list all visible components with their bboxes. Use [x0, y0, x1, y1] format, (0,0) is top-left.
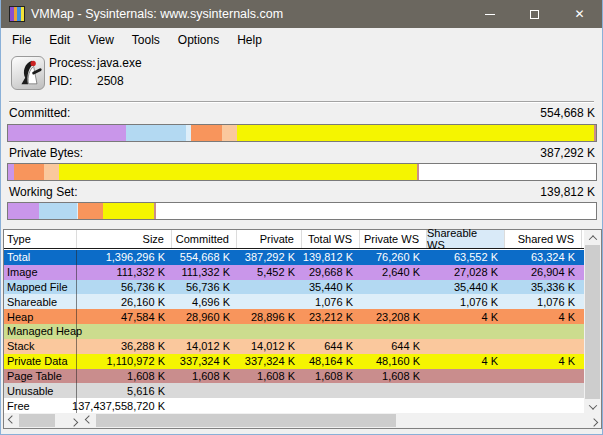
row-type-label: Free — [4, 398, 77, 413]
table-row-free[interactable]: Free137,437,558,720 K — [4, 398, 587, 413]
menu-file[interactable]: File — [3, 29, 40, 51]
maximize-button[interactable] — [512, 0, 557, 28]
cell-shareable-ws — [427, 339, 505, 354]
row-type-label: Managed Heap — [4, 324, 77, 339]
cell-total-ws: 139,812 K — [302, 250, 360, 265]
cell-shared-ws: 26,904 K — [505, 265, 582, 280]
horizontal-scroll-track-main[interactable] — [96, 413, 586, 428]
cell-private: 28,896 K — [237, 309, 302, 324]
chevron-down-icon — [588, 401, 596, 409]
cell-private-ws: 48,160 K — [360, 354, 427, 369]
menu-tools[interactable]: Tools — [123, 29, 169, 51]
menu-help[interactable]: Help — [228, 29, 271, 51]
table-row-private-data[interactable]: Private Data1,110,972 K337,324 K337,324 … — [4, 354, 587, 369]
cell-private-ws: 76,260 K — [360, 250, 427, 265]
column-header-type[interactable]: Type — [4, 230, 77, 248]
cell-private-ws: 2,640 K — [360, 265, 427, 280]
cell-private: 387,292 K — [237, 250, 302, 265]
vertical-scroll-thumb[interactable] — [585, 245, 600, 399]
cell-committed: 337,324 K — [172, 354, 237, 369]
minimize-button[interactable] — [467, 0, 512, 28]
cell-private-ws — [360, 280, 427, 295]
cell-private — [237, 294, 302, 309]
chevron-right-icon — [69, 418, 77, 426]
row-type-label: Unusable — [4, 383, 77, 398]
vertical-scrollbar[interactable] — [584, 230, 601, 414]
cell-shared-ws — [505, 383, 582, 398]
menu-options[interactable]: Options — [169, 29, 228, 51]
private-bytes-label: Private Bytes: — [9, 146, 83, 161]
column-header-shareable-ws[interactable]: Shareable WS — [427, 230, 505, 248]
close-icon: ✕ — [574, 8, 584, 20]
cell-private — [237, 383, 302, 398]
close-button[interactable]: ✕ — [557, 0, 602, 28]
process-name-value: java.exe — [97, 56, 142, 70]
scroll-right-button[interactable] — [66, 413, 81, 428]
table-row-unusable[interactable]: Unusable5,616 K — [4, 383, 587, 398]
private-bytes-segment-page-table — [417, 164, 419, 180]
horizontal-scroll-thumb-left[interactable] — [19, 414, 55, 427]
window-title: VMMap - Sysinternals: www.sysinternals.c… — [31, 7, 467, 21]
committed-segment-heap — [191, 125, 222, 141]
cell-shareable-ws — [427, 324, 505, 339]
memory-type-table: TypeSizeCommittedPrivateTotal WSPrivate … — [3, 229, 602, 429]
working-set-caption: Working Set: 139,812 K — [9, 185, 595, 200]
cell-shareable-ws — [427, 398, 505, 413]
cell-shareable-ws: 1,076 K — [427, 294, 505, 309]
working-set-value: 139,812 K — [540, 185, 595, 200]
cell-shared-ws: 63,324 K — [505, 250, 582, 265]
cell-private — [237, 324, 302, 339]
table-row-total[interactable]: Total1,396,296 K554,668 K387,292 K139,81… — [4, 250, 587, 265]
cell-size: 1,110,972 K — [77, 354, 172, 369]
row-type-label: Total — [4, 250, 77, 265]
table-row-managed-heap[interactable]: Managed Heap — [4, 324, 587, 339]
column-header-committed[interactable]: Committed — [172, 230, 237, 248]
table-row-page-table[interactable]: Page Table1,608 K1,608 K1,608 K1,608 K1,… — [4, 369, 587, 384]
table-row-stack[interactable]: Stack36,288 K14,012 K14,012 K644 K644 K — [4, 339, 587, 354]
row-type-label: Shareable — [4, 294, 77, 309]
horizontal-scroll-thumb-main[interactable] — [96, 414, 396, 427]
working-set-bar — [7, 202, 597, 220]
column-header-size[interactable]: Size — [77, 230, 172, 248]
column-header-private[interactable]: Private — [237, 230, 302, 248]
cell-private-ws: 1,608 K — [360, 369, 427, 384]
scroll-down-button[interactable] — [584, 399, 601, 414]
cell-total-ws: 23,212 K — [302, 309, 360, 324]
committed-segment-page-table — [594, 125, 596, 141]
cell-shared-ws: 1,076 K — [505, 294, 582, 309]
cell-shared-ws: 4 K — [505, 309, 582, 324]
column-header-shared-ws[interactable]: Shared WS — [505, 230, 582, 248]
vertical-scroll-track[interactable] — [584, 245, 601, 399]
cell-size: 111,332 K — [77, 265, 172, 280]
horizontal-scroll-track-left[interactable] — [19, 413, 66, 428]
cell-private: 5,452 K — [237, 265, 302, 280]
horizontal-scrollbar-left[interactable] — [4, 413, 81, 428]
cell-private-ws: 23,208 K — [360, 309, 427, 324]
cell-committed — [172, 383, 237, 398]
column-header-private-ws[interactable]: Private WS — [360, 230, 427, 248]
scroll-left-button[interactable] — [4, 413, 19, 428]
committed-bar — [7, 124, 597, 142]
cell-total-ws — [302, 398, 360, 413]
cell-private: 1,608 K — [237, 369, 302, 384]
table-body: Total1,396,296 K554,668 K387,292 K139,81… — [4, 250, 587, 413]
menu-edit[interactable]: Edit — [40, 29, 79, 51]
working-set-segment-image — [8, 203, 39, 219]
row-type-label: Page Table — [4, 369, 77, 384]
menu-view[interactable]: View — [79, 29, 123, 51]
working-set-segment-mapped-file — [39, 203, 77, 219]
scroll-right-button-main[interactable] — [586, 413, 601, 428]
table-row-heap[interactable]: Heap47,584 K28,960 K28,896 K23,212 K23,2… — [4, 309, 587, 324]
scroll-left-button-main[interactable] — [81, 413, 96, 428]
table-row-shareable[interactable]: Shareable26,160 K4,696 K1,076 K1,076 K1,… — [4, 294, 587, 309]
cell-total-ws: 29,668 K — [302, 265, 360, 280]
row-type-label: Mapped File — [4, 280, 77, 295]
column-header-total-ws[interactable]: Total WS — [302, 230, 360, 248]
cell-shareable-ws — [427, 383, 505, 398]
cell-size: 56,736 K — [77, 280, 172, 295]
scroll-up-button[interactable] — [584, 230, 601, 245]
horizontal-scrollbar-main[interactable] — [81, 413, 601, 428]
working-set-label: Working Set: — [9, 185, 77, 200]
table-row-image[interactable]: Image111,332 K111,332 K5,452 K29,668 K2,… — [4, 265, 587, 280]
table-row-mapped-file[interactable]: Mapped File56,736 K56,736 K35,440 K35,44… — [4, 280, 587, 295]
